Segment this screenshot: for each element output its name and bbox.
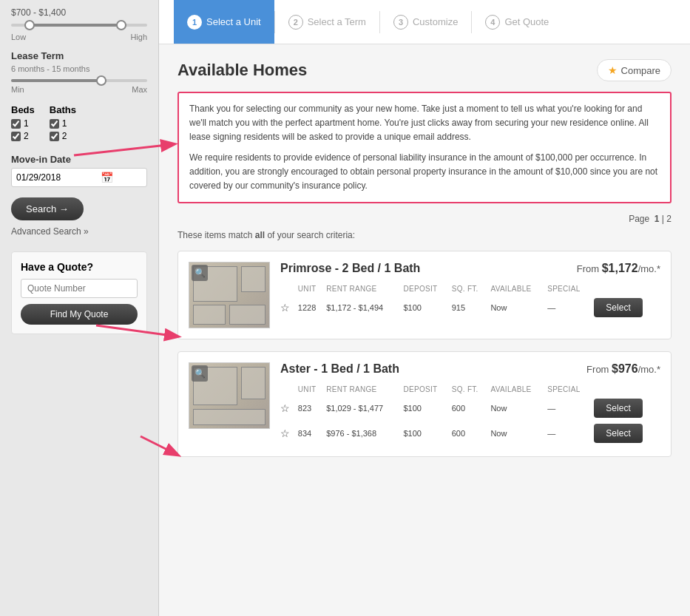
calendar-icon: 📅 — [101, 172, 113, 183]
price-slider-track[interactable] — [11, 24, 147, 27]
lease-term-title: Lease Term — [11, 50, 147, 61]
lease-minmax-labels: Min Max — [11, 85, 147, 94]
unit-thumb-wrap-1: 🔍 — [189, 362, 270, 429]
min-label: Min — [11, 85, 24, 94]
col-sqft-header-1: SQ. FT. — [452, 383, 491, 396]
movein-date-wrap[interactable]: 📅 — [11, 168, 147, 187]
row-select-1-1[interactable]: Select — [594, 421, 660, 446]
bath-1-label: 1 — [62, 118, 67, 129]
row-special-0-0: — — [547, 295, 594, 320]
compare-star-icon: ★ — [608, 64, 618, 76]
col-unit-header-0: UNIT — [298, 282, 326, 295]
lease-term-sub: 6 months - 15 months — [11, 64, 147, 73]
row-star-0-0[interactable]: ☆ — [280, 295, 298, 320]
unit-header-0: 🔍 Primrose - 2 Bed / 1 Bath From $1,172/… — [189, 262, 660, 328]
unit-cards-container: 🔍 Primrose - 2 Bed / 1 Bath From $1,172/… — [177, 251, 672, 457]
unit-name-1: Aster - 1 Bed / 1 Bath — [280, 362, 399, 376]
step-4-num: 4 — [485, 15, 500, 30]
unit-row-1-0: ☆ 823 $1,029 - $1,477 $100 600 Now — Sel… — [280, 396, 660, 421]
baths-title: Baths — [50, 104, 76, 115]
high-label: High — [130, 33, 147, 41]
select-button-1-1[interactable]: Select — [594, 424, 642, 443]
find-btn-label: Find My Quote — [50, 309, 109, 319]
row-star-1-1[interactable]: ☆ — [280, 421, 298, 446]
col-rent-header-0: RENT RANGE — [326, 282, 403, 295]
bath-2-checkbox[interactable] — [50, 132, 59, 141]
bed-1-checkbox[interactable] — [11, 119, 21, 129]
col-sqft-header-0: SQ. FT. — [452, 282, 491, 295]
available-homes-header: Available Homes ★ Compare — [177, 59, 672, 81]
unit-zoom-icon-0[interactable]: 🔍 — [192, 265, 208, 281]
match-text: These items match all of your search cri… — [177, 230, 672, 240]
row-available-0-0: Now — [490, 295, 547, 320]
compare-button[interactable]: ★ Compare — [597, 59, 672, 81]
row-sqft-1-1: 600 — [452, 421, 491, 446]
unit-info-0: Primrose - 2 Bed / 1 Bath From $1,172/mo… — [280, 262, 660, 320]
quote-number-input[interactable] — [21, 279, 138, 298]
step-2[interactable]: 2 Select a Term — [275, 0, 379, 44]
bed-2-checkbox[interactable] — [11, 132, 21, 141]
col-rent-header-1: RENT RANGE — [326, 383, 403, 396]
unit-card-1: 🔍 Aster - 1 Bed / 1 Bath From $976/mo.* … — [177, 351, 672, 457]
unit-header-1: 🔍 Aster - 1 Bed / 1 Bath From $976/mo.* … — [189, 362, 660, 446]
movein-title: Move-in Date — [11, 154, 147, 165]
bath-2-row: 2 — [50, 131, 76, 141]
step-3-num: 3 — [393, 15, 408, 30]
bed-2-row: 2 — [11, 131, 35, 141]
search-button[interactable]: Search → — [11, 197, 84, 220]
step-1-num: 1 — [187, 15, 202, 30]
row-rent-0-0: $1,172 - $1,494 — [326, 295, 403, 320]
baths-col: Baths 1 2 — [50, 104, 76, 143]
beds-baths-section: Beds 1 2 Baths 1 2 — [11, 104, 147, 143]
row-available-1-1: Now — [490, 421, 547, 446]
lease-slider-track[interactable] — [11, 79, 147, 82]
row-sqft-1-0: 600 — [452, 396, 491, 421]
movein-date-input[interactable] — [16, 172, 98, 183]
advanced-search-link[interactable]: Advanced Search » — [11, 226, 147, 237]
unit-row-0-0: ☆ 1228 $1,172 - $1,494 $100 915 Now — Se… — [280, 295, 660, 320]
step-1[interactable]: 1 Select a Unit — [174, 0, 274, 44]
row-deposit-1-0: $100 — [403, 396, 451, 421]
notice-box: Thank you for selecting our community as… — [177, 92, 672, 203]
col-available-header-0: AVAILABLE — [490, 282, 547, 295]
row-special-1-0: — — [547, 396, 594, 421]
row-unit-0-0: 1228 — [298, 295, 326, 320]
col-action-header-0 — [594, 282, 660, 295]
bath-2-label: 2 — [62, 131, 67, 141]
have-quote-title: Have a Quote? — [21, 261, 138, 273]
bath-1-row: 1 — [50, 118, 76, 129]
sidebar: $700 - $1,400 Low High Lease Term 6 mont… — [0, 0, 159, 616]
beds-title: Beds — [11, 104, 35, 115]
unit-table-1: UNIT RENT RANGE DEPOSIT SQ. FT. AVAILABL… — [280, 383, 660, 446]
find-my-quote-button[interactable]: Find My Quote — [21, 304, 138, 325]
col-deposit-header-1: DEPOSIT — [403, 383, 451, 396]
unit-name-0: Primrose - 2 Bed / 1 Bath — [280, 262, 420, 275]
bed-1-label: 1 — [24, 118, 29, 129]
bath-1-checkbox[interactable] — [50, 119, 59, 129]
max-label: Max — [132, 85, 147, 94]
unit-row-1-1: ☆ 834 $976 - $1,368 $100 600 Now — Selec… — [280, 421, 660, 446]
step-3[interactable]: 3 Customize — [380, 0, 471, 44]
price-range-label: $700 - $1,400 — [11, 7, 147, 18]
row-rent-1-1: $976 - $1,368 — [326, 421, 403, 446]
notice-p2: We require residents to provide evidence… — [189, 151, 660, 194]
unit-zoom-icon-1[interactable]: 🔍 — [192, 365, 208, 382]
movein-section: Move-in Date 📅 — [11, 154, 147, 187]
col-special-header-1: SPECIAL — [547, 383, 594, 396]
unit-price-0: From $1,172/mo.* — [577, 262, 660, 275]
unit-price-1: From $976/mo.* — [586, 362, 660, 376]
unit-card-0: 🔍 Primrose - 2 Bed / 1 Bath From $1,172/… — [177, 251, 672, 339]
col-action-header-1 — [594, 383, 660, 396]
unit-info-1: Aster - 1 Bed / 1 Bath From $976/mo.* UN… — [280, 362, 660, 446]
row-star-1-0[interactable]: ☆ — [280, 396, 298, 421]
row-select-0-0[interactable]: Select — [594, 295, 660, 320]
bed-1-row: 1 — [11, 118, 35, 129]
select-button-0-0[interactable]: Select — [594, 298, 642, 317]
step-2-num: 2 — [288, 15, 303, 30]
bed-2-label: 2 — [24, 131, 29, 141]
beds-col: Beds 1 2 — [11, 104, 35, 143]
row-select-1-0[interactable]: Select — [594, 396, 660, 421]
row-rent-1-0: $1,029 - $1,477 — [326, 396, 403, 421]
select-button-1-0[interactable]: Select — [594, 399, 642, 418]
step-4[interactable]: 4 Get Quote — [472, 0, 562, 44]
